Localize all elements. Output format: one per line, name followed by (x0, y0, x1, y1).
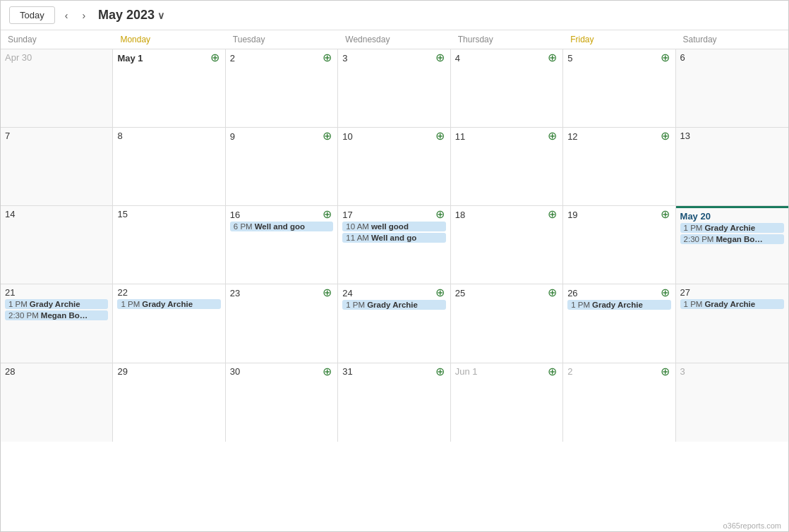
day-cell-2-4[interactable]: 18⊕ (451, 206, 563, 284)
day-cell-0-5[interactable]: 5⊕ (563, 49, 675, 127)
day-number: May 20 (680, 211, 711, 222)
day-number: 28 (5, 366, 15, 377)
day-cell-3-2[interactable]: 23⊕ (226, 284, 338, 362)
add-event-button[interactable]: ⊕ (546, 131, 558, 142)
day-number: 19 (567, 210, 577, 220)
day-cell-3-6[interactable]: 271 PMGrady Archie (676, 284, 788, 362)
day-cell-1-6[interactable]: 13 (676, 128, 788, 205)
next-button[interactable]: › (78, 8, 90, 23)
add-event-button[interactable]: ⊕ (546, 52, 558, 64)
day-number: 25 (455, 288, 465, 298)
day-number: 27 (680, 287, 690, 298)
day-cell-2-2[interactable]: 16⊕6 PMWell and goo (226, 206, 338, 284)
event-time: 1 PM (684, 224, 703, 232)
add-event-button[interactable]: ⊕ (659, 131, 671, 142)
event-item[interactable]: 11 AMWell and go (342, 233, 445, 243)
event-time: 2:30 PM (684, 235, 714, 243)
day-cell-3-3[interactable]: 24⊕1 PMGrady Archie (338, 284, 450, 362)
day-number: 9 (230, 131, 235, 142)
day-number: 11 (455, 131, 465, 142)
day-cell-2-3[interactable]: 17⊕10 AMwell good11 AMWell and go (338, 206, 450, 284)
day-header-monday: Monday (113, 30, 225, 49)
day-cell-4-6[interactable]: 3 (676, 363, 788, 442)
day-cell-0-0[interactable]: Apr 30 (1, 49, 113, 127)
day-cell-3-5[interactable]: 26⊕1 PMGrady Archie (563, 284, 675, 362)
today-button[interactable]: Today (9, 6, 55, 24)
add-event-button[interactable]: ⊕ (321, 366, 333, 377)
event-title: Megan Bo… (716, 235, 762, 243)
add-event-button[interactable]: ⊕ (209, 52, 221, 64)
add-event-button[interactable]: ⊕ (434, 209, 446, 220)
day-cell-3-0[interactable]: 211 PMGrady Archie2:30 PMMegan Bo… (1, 284, 113, 362)
day-cell-0-4[interactable]: 4⊕ (451, 49, 563, 127)
add-event-button[interactable]: ⊕ (659, 287, 671, 298)
prev-button[interactable]: ‹ (61, 8, 73, 23)
event-item[interactable]: 10 AMwell good (342, 222, 445, 231)
day-cell-2-5[interactable]: 19⊕ (563, 206, 675, 284)
event-time: 6 PM (234, 222, 253, 231)
month-dropdown-icon[interactable]: ∨ (157, 10, 164, 21)
add-event-button[interactable]: ⊕ (546, 209, 558, 220)
day-cell-0-3[interactable]: 3⊕ (338, 49, 450, 127)
add-event-button[interactable]: ⊕ (434, 366, 446, 377)
add-event-button[interactable]: ⊕ (321, 287, 333, 298)
add-event-button[interactable]: ⊕ (434, 131, 446, 142)
add-event-button[interactable]: ⊕ (434, 287, 446, 298)
event-item[interactable]: 6 PMWell and goo (230, 222, 333, 231)
day-cell-4-4[interactable]: Jun 1⊕ (451, 363, 563, 442)
add-event-button[interactable]: ⊕ (321, 131, 333, 142)
day-cell-2-0[interactable]: 14 (1, 206, 113, 284)
event-item[interactable]: 1 PMGrady Archie (5, 299, 108, 309)
add-event-button[interactable]: ⊕ (321, 52, 333, 64)
day-number: 23 (230, 288, 240, 298)
day-cell-1-3[interactable]: 10⊕ (338, 128, 450, 205)
event-item[interactable]: 1 PMGrady Archie (567, 300, 670, 310)
day-cell-0-6[interactable]: 6 (676, 49, 788, 127)
event-item[interactable]: 1 PMGrady Archie (342, 300, 445, 310)
day-number: 16 (230, 210, 240, 220)
day-cell-4-0[interactable]: 28 (1, 363, 113, 442)
day-cell-1-5[interactable]: 12⊕ (563, 128, 675, 205)
day-cell-4-5[interactable]: 2⊕ (563, 363, 675, 442)
event-time: 1 PM (571, 301, 590, 309)
week-row-1: 789⊕10⊕11⊕12⊕13 (1, 128, 788, 206)
event-title: Grady Archie (142, 300, 193, 308)
add-event-button[interactable]: ⊕ (546, 366, 558, 377)
event-item[interactable]: 2:30 PMMegan Bo… (680, 234, 784, 244)
day-number: May 1 (117, 53, 143, 64)
day-cell-2-6[interactable]: May 201 PMGrady Archie2:30 PMMegan Bo… (676, 206, 788, 284)
day-number: 15 (117, 209, 127, 219)
add-event-button[interactable]: ⊕ (659, 366, 671, 377)
day-cell-1-4[interactable]: 11⊕ (451, 128, 563, 205)
week-row-4: 282930⊕31⊕Jun 1⊕2⊕3 (1, 363, 788, 442)
add-event-button[interactable]: ⊕ (659, 52, 671, 64)
event-item[interactable]: 1 PMGrady Archie (117, 299, 220, 309)
day-number: Jun 1 (455, 366, 478, 377)
event-item[interactable]: 1 PMGrady Archie (680, 223, 784, 233)
add-event-button[interactable]: ⊕ (434, 52, 446, 64)
day-cell-4-1[interactable]: 29 (113, 363, 225, 442)
add-event-button[interactable]: ⊕ (546, 287, 558, 298)
day-cell-0-1[interactable]: May 1⊕ (113, 49, 225, 127)
day-cell-2-1[interactable]: 15 (113, 206, 225, 284)
day-number: 18 (455, 210, 465, 220)
day-cell-0-2[interactable]: 2⊕ (226, 49, 338, 127)
day-number: 4 (455, 53, 460, 64)
event-item[interactable]: 2:30 PMMegan Bo… (5, 310, 108, 320)
day-header-friday: Friday (563, 30, 675, 49)
day-number: 26 (567, 288, 577, 298)
day-cell-4-3[interactable]: 31⊕ (338, 363, 450, 442)
day-cell-1-2[interactable]: 9⊕ (226, 128, 338, 205)
day-header-saturday: Saturday (676, 30, 788, 49)
day-cell-1-0[interactable]: 7 (1, 128, 113, 205)
add-event-button[interactable]: ⊕ (321, 209, 333, 220)
day-number: 8 (117, 131, 122, 141)
event-item[interactable]: 1 PMGrady Archie (680, 299, 784, 309)
day-cell-3-4[interactable]: 25⊕ (451, 284, 563, 362)
add-event-button[interactable]: ⊕ (659, 209, 671, 220)
day-number: 6 (680, 52, 685, 63)
day-number: 10 (342, 131, 352, 142)
day-cell-4-2[interactable]: 30⊕ (226, 363, 338, 442)
day-cell-3-1[interactable]: 221 PMGrady Archie (113, 284, 225, 362)
day-cell-1-1[interactable]: 8 (113, 128, 225, 205)
